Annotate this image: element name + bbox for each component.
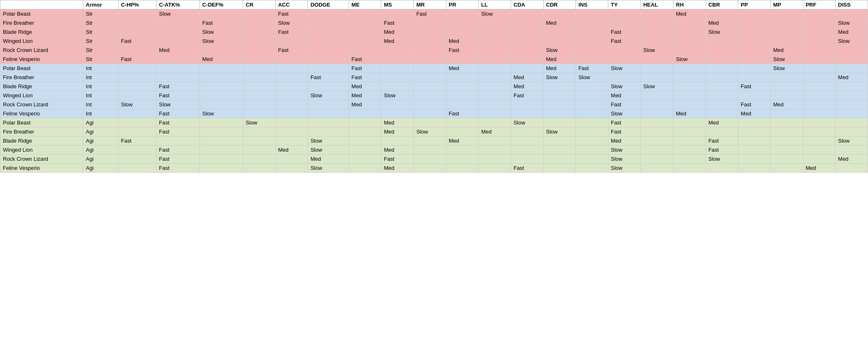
column-header: PRF	[803, 0, 835, 9]
stat-cell	[640, 100, 673, 109]
stat-cell	[118, 155, 156, 164]
stat-cell	[803, 146, 835, 155]
stat-cell: Slow	[608, 146, 641, 155]
stat-cell	[511, 146, 544, 155]
stat-cell	[479, 73, 511, 82]
stat-cell	[349, 19, 381, 28]
stat-cell	[835, 64, 868, 73]
stat-cell	[243, 136, 276, 146]
stat-cell	[576, 37, 608, 46]
stat-cell	[349, 46, 381, 55]
stat-cell	[835, 100, 868, 109]
stat-cell	[381, 46, 414, 55]
stat-cell	[511, 136, 544, 146]
stat-cell	[199, 155, 243, 164]
stat-cell	[511, 109, 544, 118]
stat-cell	[308, 37, 349, 46]
stat-cell	[118, 82, 156, 91]
creature-name: Blade Ridge	[0, 82, 83, 91]
creature-name: Fire Breather	[0, 127, 83, 136]
stat-cell: Fast	[608, 28, 641, 37]
stat-cell	[673, 46, 706, 55]
stat-cell	[543, 91, 576, 100]
stat-cell	[640, 9, 673, 19]
stat-cell	[640, 37, 673, 46]
stat-cell	[576, 28, 608, 37]
stat-cell	[673, 155, 706, 164]
stat-cell	[673, 73, 706, 82]
stat-cell: Med	[479, 127, 511, 136]
stat-cell	[243, 37, 276, 46]
stat-cell	[199, 82, 243, 91]
stat-cell	[706, 100, 738, 109]
stat-cell	[199, 9, 243, 19]
stat-cell	[770, 19, 803, 28]
stat-cell	[770, 136, 803, 146]
armor-type: Str	[83, 28, 118, 37]
stat-cell	[446, 164, 479, 173]
stat-cell	[803, 46, 835, 55]
stats-table: ArmorC-HP%C-ATK%C-DEF%CRACCDODGEMEMSMRPR…	[0, 0, 868, 173]
stat-cell	[349, 164, 381, 173]
column-header: ACC	[275, 0, 308, 9]
stat-cell	[308, 82, 349, 91]
stat-cell	[511, 100, 544, 109]
stat-cell	[414, 37, 446, 46]
column-header: MP	[770, 0, 803, 9]
stat-cell	[543, 109, 576, 118]
stat-cell	[446, 19, 479, 28]
stat-cell	[479, 37, 511, 46]
stat-cell	[275, 37, 308, 46]
stat-cell	[243, 146, 276, 155]
stat-cell	[673, 136, 706, 146]
stat-cell: Med	[803, 164, 835, 173]
stat-cell: Slow	[308, 91, 349, 100]
stat-cell	[576, 9, 608, 19]
stat-cell	[576, 127, 608, 136]
stat-cell	[381, 73, 414, 82]
stat-cell	[835, 46, 868, 55]
stat-cell: Slow	[118, 100, 156, 109]
stat-cell	[738, 55, 771, 64]
stat-cell	[803, 118, 835, 127]
stat-cell	[156, 55, 199, 64]
stat-cell	[308, 9, 349, 19]
stat-cell	[414, 55, 446, 64]
stat-cell: Fast	[706, 146, 738, 155]
column-header: TY	[608, 0, 641, 9]
stat-cell	[803, 109, 835, 118]
stat-cell: Med	[275, 146, 308, 155]
stat-cell	[770, 155, 803, 164]
stat-cell: Med	[381, 146, 414, 155]
stat-cell: Med	[349, 82, 381, 91]
stat-cell: Fast	[156, 109, 199, 118]
stat-cell	[308, 46, 349, 55]
creature-name: Polar Beast	[0, 118, 83, 127]
stat-cell: Med	[608, 136, 641, 146]
stat-cell: Fast	[349, 55, 381, 64]
stat-cell	[803, 19, 835, 28]
stat-cell	[673, 19, 706, 28]
stat-cell	[446, 9, 479, 19]
stat-cell	[118, 46, 156, 55]
stat-cell	[446, 155, 479, 164]
stat-cell	[446, 91, 479, 100]
stat-cell	[156, 19, 199, 28]
stat-cell: Fast	[349, 73, 381, 82]
stat-cell	[576, 164, 608, 173]
stat-cell: Fast	[349, 64, 381, 73]
stat-cell	[349, 155, 381, 164]
column-header: RH	[673, 0, 706, 9]
stat-cell	[608, 55, 641, 64]
column-header: DODGE	[308, 0, 349, 9]
stat-cell	[543, 146, 576, 155]
stat-cell	[479, 91, 511, 100]
creature-name: Winged Lion	[0, 91, 83, 100]
stat-cell	[738, 37, 771, 46]
stat-cell	[118, 73, 156, 82]
stat-cell	[803, 64, 835, 73]
stat-cell	[803, 9, 835, 19]
stat-cell	[275, 91, 308, 100]
stat-cell: Slow	[479, 9, 511, 19]
stat-cell: Med	[381, 28, 414, 37]
